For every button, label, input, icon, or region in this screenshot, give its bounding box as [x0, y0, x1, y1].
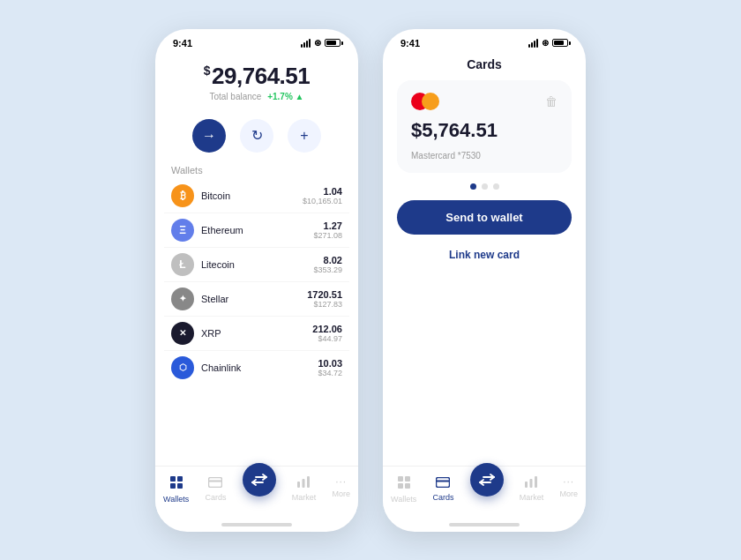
status-bar-2: 9:41 ⊛ [383, 29, 586, 52]
nav-wallets-2[interactable]: Wallets [384, 474, 423, 505]
screen-container: 9:41 ⊛ $29,764.51 [138, 11, 603, 549]
market-nav-icon-2 [524, 475, 538, 491]
card-number: Mastercard *7530 [411, 151, 558, 161]
delete-card-icon[interactable]: 🗑 [545, 94, 558, 108]
stellar-icon: ✦ [171, 287, 194, 310]
wallet-item-litecoin[interactable]: Ł Litecoin 8.02 $353.29 [164, 248, 349, 282]
send-to-wallet-button[interactable]: Send to wallet [397, 200, 572, 235]
wallet-list: ₿ Bitcoin 1.04 $10,165.01 Ξ Ethereum 1.2… [155, 179, 358, 466]
signal-icon [301, 39, 311, 48]
add-button[interactable]: + [288, 119, 321, 153]
card-widget: 🗑 $5,764.51 Mastercard *7530 [397, 80, 572, 173]
wallet-item-stellar[interactable]: ✦ Stellar 1720.51 $127.83 [164, 282, 349, 317]
currency-symbol: $ [204, 63, 210, 78]
phone-cards: 9:41 ⊛ Cards [383, 29, 586, 532]
nav-transfer-2[interactable] [463, 461, 511, 505]
battery-icon [325, 39, 341, 47]
ethereum-name: Ethereum [201, 225, 313, 235]
svg-rect-6 [297, 482, 300, 488]
svg-rect-17 [535, 476, 537, 488]
action-buttons: → ↻ + [155, 119, 358, 153]
status-bar-1: 9:41 ⊛ [155, 29, 358, 52]
wallet-item-chainlink[interactable]: ⬡ Chainlink 10.03 $34.72 [164, 351, 349, 385]
card-balance: $5,764.51 [411, 119, 558, 142]
wallets-nav-icon-2 [397, 475, 411, 493]
chainlink-icon: ⬡ [171, 356, 194, 379]
wallet-item-xrp[interactable]: ✕ XRP 212.06 $44.97 [164, 317, 349, 351]
chainlink-name: Chainlink [201, 362, 318, 373]
up-arrow-icon: ▲ [296, 92, 304, 101]
svg-rect-0 [170, 476, 176, 482]
bottom-nav-2: Wallets Cards Market ··· [383, 466, 586, 519]
wifi-icon-2: ⊛ [542, 38, 549, 48]
balance-change: +1.7% [267, 92, 293, 101]
svg-rect-2 [170, 483, 176, 489]
refresh-button[interactable]: ↻ [240, 119, 273, 153]
svg-rect-11 [398, 483, 403, 489]
nav-cards-2[interactable]: Cards [425, 474, 460, 505]
status-time-1: 9:41 [173, 38, 192, 49]
svg-rect-3 [177, 483, 183, 489]
market-nav-label-2: Market [520, 493, 544, 502]
nav-more-2[interactable]: ··· More [552, 474, 585, 505]
wallet-item-bitcoin[interactable]: ₿ Bitcoin 1.04 $10,165.01 [164, 179, 349, 213]
cards-nav-icon [208, 475, 222, 491]
link-new-card-button[interactable]: Link new card [383, 243, 586, 266]
svg-rect-13 [437, 477, 450, 487]
nav-market-1[interactable]: Market [285, 474, 324, 505]
svg-rect-7 [303, 479, 305, 488]
svg-rect-10 [405, 476, 410, 482]
svg-rect-5 [209, 480, 222, 482]
svg-rect-8 [307, 476, 310, 488]
svg-rect-12 [405, 483, 410, 489]
phone-wallets: 9:41 ⊛ $29,764.51 [155, 29, 358, 532]
litecoin-name: Litecoin [201, 259, 313, 270]
stellar-name: Stellar [201, 294, 307, 304]
mastercard-logo [411, 93, 439, 110]
more-nav-icon-2: ··· [563, 475, 574, 488]
card-dots [383, 183, 586, 190]
more-nav-label-2: More [559, 489, 578, 498]
market-nav-label: Market [292, 493, 317, 502]
wallets-nav-icon [169, 475, 183, 493]
bitcoin-icon: ₿ [171, 184, 194, 207]
more-nav-icon: ··· [335, 475, 347, 488]
svg-rect-15 [525, 482, 528, 488]
balance-label: Total balance +1.7% ▲ [155, 92, 358, 101]
battery-icon-2 [552, 39, 568, 47]
litecoin-icon: Ł [171, 253, 194, 276]
chainlink-values: 10.03 $34.72 [318, 358, 342, 377]
litecoin-values: 8.02 $353.29 [313, 255, 342, 274]
status-icons-1: ⊛ [301, 38, 341, 48]
svg-rect-9 [398, 476, 403, 482]
stellar-values: 1720.51 $127.83 [307, 289, 342, 309]
nav-cards-1[interactable]: Cards [198, 474, 233, 505]
nav-transfer-1[interactable] [236, 461, 283, 505]
status-icons-2: ⊛ [528, 38, 568, 48]
home-indicator-2 [449, 523, 520, 526]
nav-more-1[interactable]: ··· More [325, 474, 357, 505]
dot-3 [493, 183, 499, 190]
cards-nav-label-2: Cards [432, 493, 453, 502]
cards-page-title: Cards [383, 52, 586, 80]
balance-amount: $29,764.51 [155, 63, 358, 90]
nav-wallets-1[interactable]: Wallets [156, 474, 196, 505]
xrp-icon: ✕ [171, 322, 194, 345]
cards-nav-icon-2 [436, 475, 450, 491]
xrp-values: 212.06 $44.97 [312, 324, 342, 343]
balance-section: $29,764.51 Total balance +1.7% ▲ [155, 52, 358, 110]
transfer-icon [243, 463, 276, 497]
wallet-item-ethereum[interactable]: Ξ Ethereum 1.27 $271.08 [164, 213, 349, 248]
wifi-icon: ⊛ [314, 38, 321, 48]
market-nav-icon [296, 475, 311, 491]
send-button[interactable]: → [192, 119, 226, 153]
bitcoin-name: Bitcoin [201, 190, 303, 201]
ethereum-values: 1.27 $271.08 [313, 220, 342, 240]
wallets-section-label: Wallets [155, 161, 358, 179]
dot-2 [482, 183, 488, 190]
svg-rect-16 [530, 479, 533, 488]
bottom-nav-1: Wallets Cards Market [155, 466, 358, 519]
xrp-name: XRP [201, 328, 312, 339]
more-nav-label: More [332, 489, 350, 498]
nav-market-2[interactable]: Market [513, 474, 551, 505]
